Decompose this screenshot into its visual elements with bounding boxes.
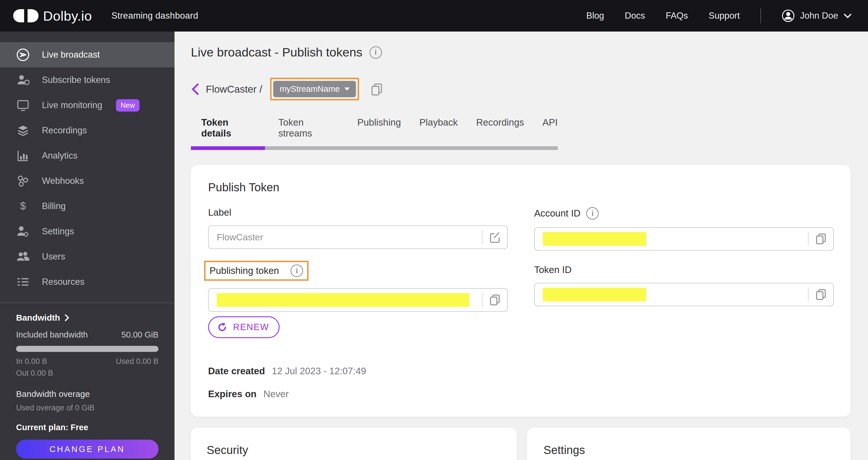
app-title: Streaming dashboard bbox=[112, 11, 198, 21]
label-field: Label FlowCaster bbox=[208, 207, 508, 251]
sidebar: Live broadcast Subscribe tokens Live mon… bbox=[0, 32, 175, 460]
token-id-label: Token ID bbox=[534, 264, 571, 275]
included-bandwidth-label: Included bandwidth bbox=[16, 330, 88, 339]
tab-token-details[interactable]: Token details bbox=[201, 117, 260, 146]
sidebar-item-subscribe-tokens[interactable]: Subscribe tokens bbox=[0, 67, 175, 93]
copy-stream-name-button[interactable] bbox=[369, 82, 384, 97]
page-title: Live broadcast - Publish tokens bbox=[191, 45, 363, 59]
sidebar-item-label: Recordings bbox=[42, 125, 87, 136]
person-gear-icon bbox=[16, 225, 30, 238]
tab-underline-active bbox=[191, 146, 265, 150]
users-icon bbox=[16, 250, 30, 263]
bandwidth-progress-bar bbox=[16, 346, 158, 352]
top-nav: Blog Docs FAQs Support John Doe bbox=[586, 8, 852, 23]
sidebar-item-label: Settings bbox=[42, 226, 74, 237]
brand-name: Dolby.io bbox=[43, 8, 92, 24]
sidebar-item-live-monitoring[interactable]: Live monitoring New bbox=[0, 93, 175, 118]
sidebar-item-billing[interactable]: $ Billing bbox=[0, 194, 175, 219]
sidebar-item-resources[interactable]: Resources bbox=[0, 269, 175, 295]
sidebar-item-label: Resources bbox=[42, 277, 84, 287]
settings-title: Settings bbox=[544, 443, 834, 457]
stream-name-value: myStreamName bbox=[280, 84, 340, 94]
sidebar-item-label: Billing bbox=[42, 201, 66, 211]
monitor-icon bbox=[16, 99, 30, 112]
label-field-label: Label bbox=[208, 207, 231, 218]
user-avatar-icon bbox=[782, 9, 795, 22]
renew-button[interactable]: RENEW bbox=[208, 316, 280, 338]
sidebar-item-settings[interactable]: Settings bbox=[0, 219, 175, 244]
expires-on-label: Expires on bbox=[208, 389, 257, 399]
account-id-info-icon[interactable]: i bbox=[586, 207, 599, 220]
sidebar-item-label: Live monitoring bbox=[42, 100, 102, 110]
sidebar-item-label: Subscribe tokens bbox=[42, 75, 110, 85]
nav-blog[interactable]: Blog bbox=[586, 11, 604, 21]
account-id-field: Account ID i bbox=[534, 207, 834, 251]
broadcast-icon bbox=[16, 48, 30, 62]
publishing-token-info-icon[interactable]: i bbox=[290, 264, 303, 277]
included-bandwidth-value: 50.00 GiB bbox=[121, 330, 158, 339]
sidebar-item-analytics[interactable]: Analytics bbox=[0, 143, 175, 168]
tab-playback[interactable]: Playback bbox=[420, 117, 458, 146]
account-id-label: Account ID bbox=[534, 208, 580, 219]
token-id-input[interactable] bbox=[534, 283, 834, 306]
dolby-brand[interactable]: Dolby.io bbox=[12, 8, 92, 24]
bar-chart-icon bbox=[16, 149, 30, 162]
top-bar: Dolby.io Streaming dashboard Blog Docs F… bbox=[0, 0, 868, 32]
publishing-token-input[interactable] bbox=[208, 288, 508, 312]
sidebar-item-label: Analytics bbox=[42, 151, 78, 161]
webhook-icon bbox=[16, 174, 30, 188]
sidebar-item-label: Webhooks bbox=[42, 176, 84, 186]
publishing-token-annotation: Publishing token i bbox=[204, 261, 309, 281]
dolby-logo-icon bbox=[12, 9, 39, 23]
bandwidth-in: In 0.00 B bbox=[16, 357, 47, 366]
tab-publishing[interactable]: Publishing bbox=[358, 117, 401, 146]
tab-api[interactable]: API bbox=[542, 117, 558, 146]
bandwidth-panel: Bandwidth Included bandwidth 50.00 GiB I… bbox=[0, 303, 175, 459]
publish-token-card: Publish Token Label FlowCaster Accoun bbox=[191, 165, 850, 417]
nav-support[interactable]: Support bbox=[709, 11, 740, 21]
nav-faqs[interactable]: FAQs bbox=[665, 11, 688, 21]
sidebar-nav: Live broadcast Subscribe tokens Live mon… bbox=[0, 32, 175, 295]
bandwidth-header[interactable]: Bandwidth bbox=[16, 313, 158, 323]
tab-underline-track bbox=[191, 146, 558, 150]
input-divider bbox=[808, 232, 809, 246]
publishing-token-redacted-value bbox=[217, 293, 469, 307]
page-info-icon[interactable]: i bbox=[369, 46, 382, 59]
sidebar-item-label: Users bbox=[42, 252, 65, 262]
input-divider bbox=[808, 287, 809, 302]
label-input-value: FlowCaster bbox=[217, 232, 263, 242]
breadcrumb-parent[interactable]: FlowCaster / bbox=[206, 84, 262, 95]
stream-name-dropdown[interactable]: myStreamName bbox=[273, 81, 356, 97]
chevron-down-icon bbox=[843, 13, 852, 19]
copy-publishing-token-button[interactable] bbox=[488, 293, 501, 306]
date-created-label: Date created bbox=[208, 366, 265, 376]
account-id-input[interactable] bbox=[534, 227, 834, 251]
copy-account-id-button[interactable] bbox=[814, 232, 828, 245]
copy-token-id-button[interactable] bbox=[814, 288, 828, 301]
date-created-value: 12 Jul 2023 - 12:07:49 bbox=[272, 366, 366, 376]
change-plan-button[interactable]: CHANGE PLAN bbox=[16, 440, 158, 459]
sidebar-item-recordings[interactable]: Recordings bbox=[0, 118, 175, 143]
renew-label: RENEW bbox=[233, 322, 269, 332]
sidebar-item-users[interactable]: Users bbox=[0, 244, 175, 269]
edit-label-button[interactable] bbox=[488, 231, 501, 244]
sidebar-item-live-broadcast[interactable]: Live broadcast bbox=[0, 42, 175, 67]
user-menu[interactable]: John Doe bbox=[782, 9, 852, 22]
sidebar-item-label: Live broadcast bbox=[42, 50, 100, 60]
back-chevron-icon[interactable] bbox=[191, 83, 199, 96]
person-shield-icon bbox=[16, 73, 30, 87]
tab-token-streams[interactable]: Token streams bbox=[278, 117, 339, 146]
bandwidth-title: Bandwidth bbox=[16, 313, 60, 323]
bandwidth-out: Out 0.00 B bbox=[16, 369, 53, 378]
bandwidth-overage-title: Bandwidth overage bbox=[16, 389, 158, 399]
chevron-right-icon bbox=[63, 314, 70, 322]
nav-docs[interactable]: Docs bbox=[625, 11, 645, 21]
tab-recordings[interactable]: Recordings bbox=[476, 117, 524, 146]
security-card: Security Allowed orgins i IP filter type… bbox=[191, 428, 517, 460]
caret-down-icon bbox=[344, 88, 350, 91]
sidebar-item-webhooks[interactable]: Webhooks bbox=[0, 168, 175, 194]
label-input[interactable]: FlowCaster bbox=[208, 225, 508, 249]
breadcrumb: FlowCaster / myStreamName bbox=[191, 78, 850, 100]
settings-card: Settings Record Enable recording for thi… bbox=[527, 428, 851, 460]
input-divider bbox=[482, 293, 483, 307]
